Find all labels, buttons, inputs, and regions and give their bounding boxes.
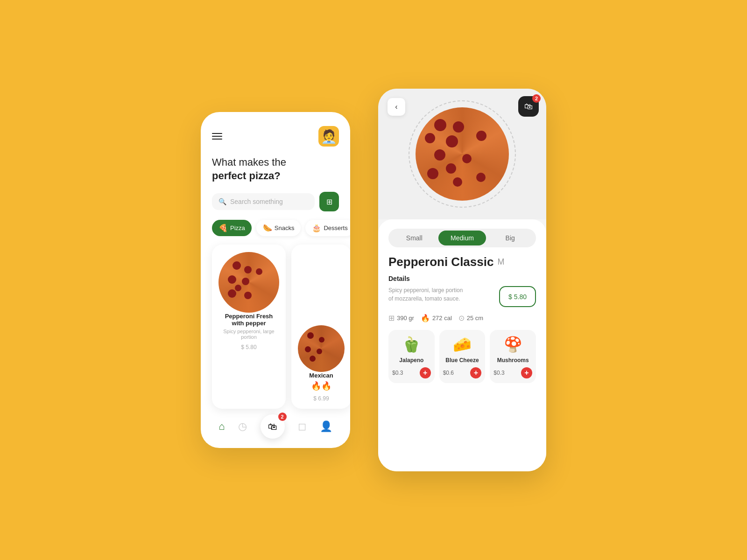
nav-cart-button[interactable]: 🛍 2 xyxy=(261,414,285,439)
snacks-emoji: 🌭 xyxy=(263,224,272,232)
jalapeno-price-row: $0.3 + xyxy=(392,367,431,378)
card-mexican-name: Mexican xyxy=(309,372,333,379)
card-pepperoni-price: $ 5.80 xyxy=(241,343,256,351)
product-name-text: Pepperoni Classic xyxy=(388,255,493,269)
topping-mushrooms: 🍄 Mushrooms $0.3 + xyxy=(490,330,536,383)
jalapeno-image: 🫑 xyxy=(402,336,421,353)
pepperoni-fresh-image xyxy=(218,252,279,313)
toppings-grid: 🫑 Jalapeno $0.3 + 🧀 Blue Cheeze $0.6 + xyxy=(388,330,536,383)
tagline-line1: What makes the xyxy=(212,156,286,168)
cart-button[interactable]: 🛍 2 xyxy=(518,96,539,117)
tab-desserts-label: Desserts xyxy=(324,224,347,231)
mushrooms-image: 🍄 xyxy=(504,336,522,353)
mushrooms-price-row: $0.3 + xyxy=(493,367,532,378)
tagline: What makes the perfect pizza? xyxy=(212,156,339,182)
card-pepperoni-desc: Spicy pepperoni, large portion xyxy=(218,329,279,340)
mushrooms-add-button[interactable]: + xyxy=(521,367,532,378)
topping-jalapeno: 🫑 Jalapeno $0.3 + xyxy=(388,330,435,383)
nav-orders-icon[interactable]: ◻ xyxy=(298,420,306,433)
search-icon: 🔍 xyxy=(218,198,226,205)
jalapeno-price: $0.3 xyxy=(392,370,403,376)
size-big[interactable]: Big xyxy=(486,231,534,245)
card-pepperoni-name: Pepperoni Fresh with pepper xyxy=(218,313,279,327)
stats-row: ⊞ 390 gr 🔥 272 cal ⊙ 25 cm xyxy=(388,314,536,322)
topping-blue-cheeze: 🧀 Blue Cheeze $0.6 + xyxy=(439,330,486,383)
stat-weight: ⊞ 390 gr xyxy=(388,314,414,322)
cart-icon: 🛍 xyxy=(524,102,533,112)
back-icon: ‹ xyxy=(395,103,397,111)
cart-area: 🛍 2 xyxy=(518,96,539,117)
blue-cheeze-name: Blue Cheeze xyxy=(445,357,479,364)
tab-snacks[interactable]: 🌭 Snacks xyxy=(256,220,301,236)
size-tabs: Small Medium Big xyxy=(388,229,536,247)
jalapeno-add-button[interactable]: + xyxy=(420,367,431,378)
mexican-image xyxy=(298,325,345,372)
product-cards-row: Pepperoni Fresh with pepper Spicy pepper… xyxy=(212,245,339,409)
pizza-hero-section: ‹ 🛍 2 xyxy=(378,89,546,219)
size-icon: ⊙ xyxy=(458,314,465,322)
size-value: 25 cm xyxy=(467,315,483,322)
card-mexican[interactable]: Mexican 🔥🔥 $ 6.99 xyxy=(291,245,350,409)
phone-left: 🧑‍💼 What makes the perfect pizza? 🔍 Sear… xyxy=(201,112,350,448)
details-row: Spicy pepperoni, large portion of mozzar… xyxy=(388,286,536,307)
weight-icon: ⊞ xyxy=(388,314,395,322)
avatar[interactable]: 🧑‍💼 xyxy=(318,126,339,147)
cart-badge-right: 2 xyxy=(532,94,541,103)
mushrooms-name: Mushrooms xyxy=(497,357,529,364)
pizza-emoji: 🍕 xyxy=(218,224,228,232)
product-title: Pepperoni Classic M xyxy=(388,255,536,269)
blue-cheeze-price-row: $0.6 + xyxy=(443,367,482,378)
phone-header: 🧑‍💼 xyxy=(212,126,339,147)
size-indicator: M xyxy=(497,257,504,267)
tagline-line2: perfect pizza? xyxy=(212,169,339,183)
pizza-hero-circle xyxy=(409,100,516,208)
mushrooms-price: $0.3 xyxy=(493,370,504,376)
blue-cheeze-image: 🧀 xyxy=(453,336,472,353)
fire-icon: 🔥 xyxy=(421,314,430,322)
tab-desserts[interactable]: 🎂 Desserts xyxy=(305,220,350,236)
stat-calories: 🔥 272 cal xyxy=(421,314,452,322)
search-box[interactable]: 🔍 Search something xyxy=(212,193,315,210)
category-tabs: 🍕 Pizza 🌭 Snacks 🎂 Desserts xyxy=(212,220,339,236)
detail-content: Small Medium Big Pepperoni Classic M Det… xyxy=(378,219,546,471)
stat-size: ⊙ 25 cm xyxy=(458,314,483,322)
desserts-emoji: 🎂 xyxy=(312,224,321,232)
search-row: 🔍 Search something ⊞ xyxy=(212,192,339,211)
size-medium[interactable]: Medium xyxy=(438,231,486,245)
blue-cheeze-add-button[interactable]: + xyxy=(470,367,481,378)
tab-pizza[interactable]: 🍕 Pizza xyxy=(212,220,252,236)
bag-icon: 🛍 xyxy=(268,421,277,432)
weight-value: 390 gr xyxy=(397,315,414,322)
size-small[interactable]: Small xyxy=(390,231,438,245)
product-price: 5.80 xyxy=(514,293,527,301)
filter-button[interactable]: ⊞ xyxy=(319,192,339,211)
details-label: Details xyxy=(388,275,536,282)
jalapeno-name: Jalapeno xyxy=(399,357,423,364)
back-button[interactable]: ‹ xyxy=(388,98,405,116)
menu-button[interactable] xyxy=(212,133,222,140)
bottom-nav: ⌂ ◷ 🛍 2 ◻ 👤 xyxy=(212,409,339,439)
search-placeholder-text: Search something xyxy=(230,198,283,205)
tab-pizza-label: Pizza xyxy=(230,224,245,231)
nav-home-icon[interactable]: ⌂ xyxy=(218,420,225,433)
product-description: Spicy pepperoni, large portion of mozzar… xyxy=(388,286,463,303)
price-badge: $ 5.80 xyxy=(499,286,536,307)
hero-pizza-image xyxy=(416,107,509,201)
card-mexican-spicy: 🔥🔥 xyxy=(311,381,331,391)
blue-cheeze-price: $0.6 xyxy=(443,370,454,376)
calories-value: 272 cal xyxy=(432,315,452,322)
card-pepperoni-fresh[interactable]: Pepperoni Fresh with pepper Spicy pepper… xyxy=(212,245,286,409)
nav-profile-icon[interactable]: 👤 xyxy=(320,420,332,433)
tab-snacks-label: Snacks xyxy=(275,224,295,231)
phones-container: 🧑‍💼 What makes the perfect pizza? 🔍 Sear… xyxy=(201,89,546,471)
card-mexican-price: $ 6.99 xyxy=(313,394,329,402)
filter-icon: ⊞ xyxy=(326,197,332,206)
cart-badge: 2 xyxy=(278,413,287,421)
phone-right: ‹ 🛍 2 xyxy=(378,89,546,471)
nav-clock-icon[interactable]: ◷ xyxy=(238,420,247,433)
